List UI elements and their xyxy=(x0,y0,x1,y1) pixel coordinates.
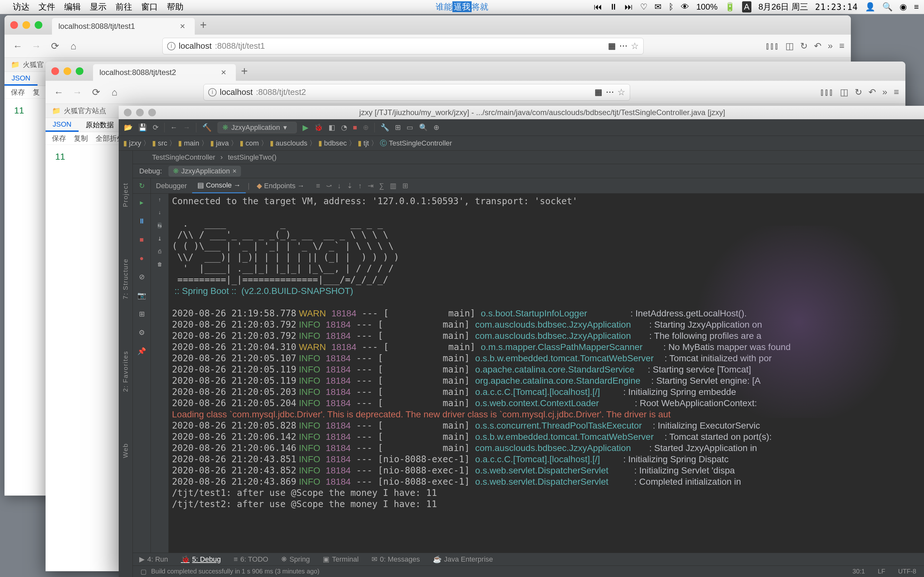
crumb[interactable]: com xyxy=(246,139,259,147)
wrench-icon[interactable]: 🔧 xyxy=(381,123,389,132)
next-track-icon[interactable]: ⏭ xyxy=(625,2,633,12)
step-out-icon[interactable]: ↑ xyxy=(359,182,362,190)
crumb[interactable]: tjt xyxy=(363,139,369,147)
build-icon[interactable]: 🔨 xyxy=(202,123,212,132)
project-tool[interactable]: Project xyxy=(122,183,129,207)
scroll-end-icon[interactable]: ⤓ xyxy=(158,235,162,242)
notification-center-icon[interactable]: ≡ xyxy=(914,2,919,12)
menu-go[interactable]: 前往 xyxy=(115,1,132,13)
prev-track-icon[interactable]: ⏮ xyxy=(594,2,602,12)
structure-icon[interactable]: ⊞ xyxy=(395,123,401,132)
sync-icon[interactable]: ↻ xyxy=(800,41,808,51)
menu-icon[interactable]: ≡ xyxy=(894,87,899,97)
spring-tool[interactable]: ❋ Spring xyxy=(281,555,310,564)
more-icon[interactable]: ⋯ xyxy=(619,41,628,51)
crumb[interactable]: jzxy xyxy=(129,139,141,147)
down-icon[interactable]: ↓ xyxy=(158,210,161,215)
info-icon[interactable]: i xyxy=(167,42,176,50)
update-icon[interactable]: ⊕ xyxy=(363,123,368,132)
menu-file[interactable]: 文件 xyxy=(39,1,55,13)
run-tool[interactable]: ▶ 4: Run xyxy=(139,555,168,564)
clear-icon[interactable]: 🗑 xyxy=(157,261,162,268)
reload-button[interactable]: ⟳ xyxy=(89,85,103,99)
close-icon[interactable]: × xyxy=(180,21,185,31)
close-icon[interactable]: × xyxy=(233,167,237,175)
siri-icon[interactable]: ◉ xyxy=(900,2,907,12)
new-tab-button[interactable]: + xyxy=(200,18,207,32)
json-tab[interactable]: JSON xyxy=(45,118,79,132)
endpoints-tab[interactable]: ◆ Endpoints → xyxy=(252,178,310,193)
step-force-icon[interactable]: ⇣ xyxy=(347,182,352,190)
debug-icon[interactable]: 🐞 xyxy=(314,123,323,132)
print-icon[interactable]: ⎙ xyxy=(158,249,162,255)
profile-icon[interactable]: ◔ xyxy=(341,123,347,132)
forward-button[interactable]: → xyxy=(71,85,84,99)
step-over-icon[interactable]: ⤻ xyxy=(326,182,332,190)
more-icon[interactable]: ⋯ xyxy=(606,87,614,97)
bookmark-item[interactable]: 火狐官 xyxy=(23,60,44,69)
bookmark-star-icon[interactable]: ☆ xyxy=(617,87,625,97)
menu-edit[interactable]: 编辑 xyxy=(64,1,81,13)
soft-wrap-icon[interactable]: ⇆ xyxy=(158,222,162,229)
favorites-tool[interactable]: 2: Favorites xyxy=(122,351,129,392)
sidebar-icon[interactable]: ◫ xyxy=(785,41,794,51)
copy-action[interactable]: 复制 xyxy=(74,134,88,143)
qr-icon[interactable]: ▦ xyxy=(594,87,603,97)
avd-icon[interactable]: ▭ xyxy=(407,123,413,132)
qr-icon[interactable]: ▦ xyxy=(608,41,616,51)
breakpoints-icon[interactable]: ● xyxy=(136,253,148,264)
menu-finder[interactable]: 访达 xyxy=(13,1,29,13)
bookmark-item[interactable]: 火狐官方站点 xyxy=(64,106,106,116)
toggle-tools-icon[interactable]: ▢ xyxy=(141,568,147,575)
debugger-tab[interactable]: Debugger xyxy=(151,178,192,193)
mute-breakpoints-icon[interactable]: ⊘ xyxy=(136,271,148,283)
rerun-button[interactable]: ↻ xyxy=(133,178,151,193)
terminal-tool[interactable]: ▣ Terminal xyxy=(323,555,359,564)
stop-icon[interactable]: ■ xyxy=(136,234,148,245)
sidebar-icon[interactable]: ◫ xyxy=(840,87,848,97)
user-icon[interactable]: 👤 xyxy=(865,2,875,12)
refresh-icon[interactable]: ⟳ xyxy=(153,123,158,132)
info-icon[interactable]: i xyxy=(208,88,216,97)
idea-traffic-lights[interactable] xyxy=(124,109,156,116)
debug-app-pill[interactable]: ❋ JzxyApplication × xyxy=(168,166,241,177)
frames-icon[interactable]: ▥ xyxy=(390,182,397,190)
editor-crumb-class[interactable]: TestSingleController xyxy=(152,153,215,161)
crumb[interactable]: bdbsec xyxy=(324,139,347,147)
wechat-icon[interactable]: ✉ xyxy=(654,2,662,12)
open-icon[interactable]: 📂 xyxy=(124,123,132,132)
console-tab[interactable]: ▤ Console → xyxy=(192,178,246,193)
forward-icon[interactable]: → xyxy=(183,123,190,132)
input-method-icon[interactable]: A xyxy=(742,1,751,13)
library-icon[interactable]: ⫿⫿⫿ xyxy=(820,87,834,97)
forward-button[interactable]: → xyxy=(29,39,43,53)
stop-icon[interactable]: ■ xyxy=(353,123,357,132)
search-icon[interactable]: 🔍 xyxy=(419,123,428,132)
json-tab[interactable]: JSON xyxy=(5,72,37,85)
caret-position[interactable]: 30:1 xyxy=(853,568,865,575)
ff2-urlbar[interactable]: i localhost:8088/tjt/test2 ▦ ⋯ ☆ xyxy=(204,84,630,101)
pin-icon[interactable]: 📌 xyxy=(136,346,148,357)
menu-icon[interactable]: ≡ xyxy=(839,41,845,51)
heart-icon[interactable]: ♡ xyxy=(640,2,648,12)
layout-icon[interactable]: ⊞ xyxy=(402,182,408,190)
ff2-traffic-lights[interactable] xyxy=(51,67,83,75)
console-output[interactable]: Connected to the target VM, address: '12… xyxy=(169,193,924,553)
copy-action[interactable]: 复 xyxy=(33,87,40,97)
battery-icon[interactable]: 🔋 xyxy=(725,2,735,12)
menu-view[interactable]: 显示 xyxy=(90,1,107,13)
structure-tool[interactable]: 7: Structure xyxy=(122,258,129,299)
pause-icon[interactable]: ⏸ xyxy=(136,215,148,227)
crumb[interactable]: java xyxy=(216,139,229,147)
reload-button[interactable]: ⟳ xyxy=(48,39,61,53)
layout-icon[interactable]: ⊞ xyxy=(136,308,148,320)
spotlight-icon[interactable]: 🔍 xyxy=(882,2,893,12)
save-icon[interactable]: 💾 xyxy=(138,123,147,132)
overflow-icon[interactable]: » xyxy=(828,41,833,51)
pause-icon[interactable]: ⏸ xyxy=(609,2,618,12)
run-icon[interactable]: ▶ xyxy=(302,123,309,132)
evaluate-icon[interactable]: ∑ xyxy=(379,182,384,190)
ff2-tab[interactable]: localhost:8088/tjt/test2 × xyxy=(93,64,236,81)
save-action[interactable]: 保存 xyxy=(52,134,66,143)
resume-icon[interactable]: ▸ xyxy=(136,197,148,208)
